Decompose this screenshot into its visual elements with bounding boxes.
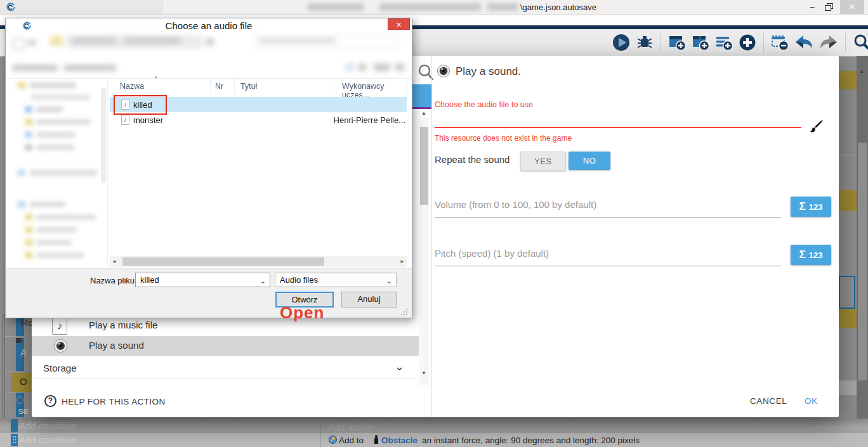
hscrollbar-thumb[interactable] (122, 257, 324, 266)
repeat-no-button[interactable]: NO (569, 152, 610, 170)
add-comment-icon[interactable] (714, 33, 733, 52)
filename-combobox[interactable]: killed ⌄ (135, 273, 270, 287)
scroll-up-icon[interactable]: ▲ (421, 110, 426, 116)
resource-warning: This resource does not exist in the game (435, 134, 572, 143)
combo-arrow-icon: ⌄ (260, 275, 266, 288)
screen: \game.json.autosave – ✕ (0, 0, 868, 447)
toolbar-separator (845, 33, 846, 52)
sidebar-scrollbar[interactable] (101, 88, 106, 183)
storage-label: Storage (43, 363, 77, 373)
titlebar-tab (0, 0, 162, 14)
sigma-icon: Σ (799, 249, 806, 261)
partial-event-text: A (20, 347, 27, 358)
event-object-name[interactable]: Obstacle (381, 436, 418, 445)
drag-handle-icon[interactable] (12, 436, 16, 444)
pitch-input[interactable] (435, 266, 781, 266)
audio-file-input[interactable] (435, 127, 801, 128)
delete-event-icon[interactable] (770, 33, 789, 52)
speaker-icon (437, 64, 450, 78)
help-icon: ? (44, 395, 56, 407)
force-action-icon (329, 436, 337, 444)
ok-button[interactable]: OK (805, 396, 818, 406)
minimize-button[interactable]: – (805, 0, 820, 14)
file-list-hscrollbar[interactable]: ◄ ► (110, 256, 407, 267)
list-item-label: Play a music file (89, 320, 157, 330)
filetype-combobox[interactable]: Audio files ⌄ (275, 273, 397, 287)
close-button[interactable]: ✕ (388, 18, 410, 30)
filename-label: Nazwa pliku: (90, 276, 137, 285)
resize-grip[interactable] (400, 308, 408, 316)
repeat-yes-button[interactable]: YES (520, 152, 566, 171)
search-icon[interactable] (852, 33, 868, 52)
dialog-title: Choose an audio file (6, 18, 412, 32)
annotation-open-label: Open (280, 303, 324, 323)
music-file-icon: ♪ (52, 317, 67, 335)
toolbar-separator (763, 33, 764, 52)
audio-file-icon: ♪ (121, 115, 129, 125)
annotation-highlight-box (114, 95, 167, 115)
event-action-text[interactable]: an instant force, angle: 90 degrees and … (422, 436, 640, 445)
add-sub-event-icon[interactable] (691, 33, 710, 52)
toolbar-separator (661, 33, 661, 52)
volume-field-placeholder: Volume (from 0 to 100, 100 by default) (435, 199, 596, 210)
obstacle-object-icon (373, 435, 379, 444)
partial-event-text: se (18, 405, 29, 416)
window-titlebar: \game.json.autosave – ✕ (0, 0, 868, 15)
file-list-header: Nazwa ▲ Nr Tytuł Wykonawcy uczes... (110, 79, 407, 94)
column-header-title[interactable]: Tytuł (240, 82, 257, 91)
file-artist: Henri-Pierre Pelle... (323, 115, 405, 125)
pitch-expression-button[interactable]: Σ 123 (791, 245, 831, 265)
events-scrollbar-thumb[interactable] (858, 143, 867, 380)
partial-icon (16, 338, 22, 343)
volume-expression-button[interactable]: Σ 123 (791, 197, 831, 217)
brush-edit-icon[interactable] (807, 119, 824, 136)
storage-accordion[interactable]: Storage ⌄ (32, 358, 419, 379)
scroll-right-icon[interactable]: ► (400, 259, 405, 264)
pitch-field-placeholder: Pitch (speed) (1 by default) (435, 248, 549, 259)
audio-file-field-label: Choose the audio file to use (435, 100, 533, 109)
event-row: Add condition Add action (0, 418, 868, 433)
restore-icon[interactable] (825, 3, 833, 11)
combo-arrow-icon: ⌄ (386, 275, 392, 288)
add-action-link[interactable]: Add action (328, 422, 373, 432)
dialog-footer: Nazwa pliku: killed ⌄ Audio files ⌄ Otwó… (6, 268, 412, 318)
scroll-up-icon[interactable]: ▲ (859, 68, 864, 74)
list-item-label: Play a sound (89, 340, 144, 351)
event-row: Add condition Add to Obstacle an instant… (0, 433, 868, 447)
scroll-down-icon[interactable]: ▼ (421, 370, 426, 376)
dialog-title: Play a sound. (456, 65, 521, 78)
play-icon[interactable] (612, 33, 631, 52)
column-header-name[interactable]: Nazwa (120, 82, 144, 91)
sort-ascending-icon: ▲ (154, 75, 158, 79)
partial-icon (16, 396, 23, 404)
cancel-button[interactable]: CANCEL (750, 396, 787, 406)
close-button[interactable]: ✕ (840, 0, 864, 14)
volume-input[interactable] (435, 217, 781, 218)
instruction-scrollbar-thumb[interactable] (420, 127, 428, 205)
column-header-nr[interactable]: Nr (215, 82, 223, 91)
list-item-play-sound[interactable]: Play a sound (32, 336, 419, 356)
chevron-down-icon: ⌄ (395, 360, 404, 373)
gdevelop-logo (6, 2, 16, 12)
window-title: \game.json.autosave (520, 3, 596, 12)
sigma-icon: Σ (799, 200, 806, 213)
cancel-button[interactable]: Anuluj (341, 292, 397, 308)
debug-icon[interactable] (635, 33, 654, 52)
partial-event-text: O (20, 376, 27, 387)
add-event-icon[interactable] (667, 33, 687, 52)
speaker-icon (53, 339, 68, 353)
event-action-prefix[interactable]: Add to (339, 436, 364, 445)
file-name: monster (133, 115, 163, 125)
scroll-left-icon[interactable]: ◄ (112, 259, 117, 264)
redo-icon[interactable] (819, 33, 839, 52)
add-new-icon[interactable] (738, 33, 757, 52)
undo-icon[interactable] (794, 33, 814, 52)
choose-audio-file-dialog: Choose an audio file ✕ (5, 18, 412, 318)
add-condition-link[interactable]: Add condition (19, 434, 77, 445)
repeat-label: Repeat the sound (435, 154, 510, 165)
add-condition-link[interactable]: Add condition (19, 420, 77, 431)
help-button[interactable]: HELP FOR THIS ACTION (62, 397, 166, 406)
